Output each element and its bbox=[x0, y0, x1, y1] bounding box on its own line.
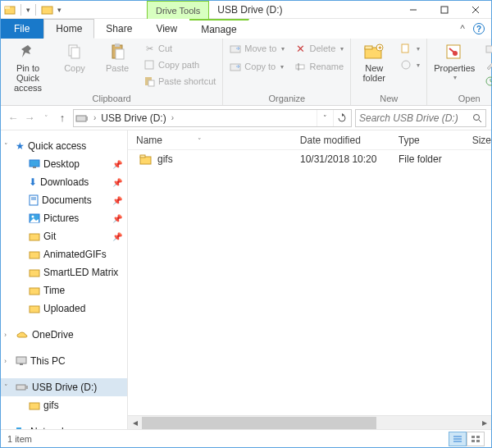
tab-home[interactable]: Home bbox=[43, 19, 94, 39]
expand-icon[interactable]: › bbox=[4, 331, 7, 339]
nav-git[interactable]: Git📌 bbox=[1, 227, 127, 245]
horizontal-scrollbar[interactable]: ◂ ▸ bbox=[128, 415, 491, 429]
up-button[interactable]: ↑ bbox=[55, 110, 70, 126]
file-row[interactable]: gifs 10/31/2018 10:20 File folder bbox=[128, 150, 491, 168]
pin-to-quick-access-button[interactable]: Pin to Quick access bbox=[4, 40, 52, 93]
large-icons-view-button[interactable] bbox=[467, 432, 485, 446]
ribbon-tabs: File Home Share View Manage ^ ? bbox=[1, 19, 491, 39]
col-size[interactable]: Size bbox=[464, 135, 491, 146]
chevron-down-icon[interactable]: ▾ bbox=[57, 6, 61, 14]
back-button[interactable]: ← bbox=[6, 110, 20, 126]
help-icon[interactable]: ? bbox=[473, 23, 485, 34]
move-to-icon bbox=[230, 43, 241, 54]
expand-icon[interactable]: › bbox=[4, 357, 7, 365]
group-label-clipboard: Clipboard bbox=[4, 93, 219, 105]
copy-path-button[interactable]: Copy path bbox=[140, 57, 219, 73]
tab-share[interactable]: Share bbox=[94, 19, 144, 39]
maximize-button[interactable] bbox=[429, 1, 460, 18]
nav-pictures[interactable]: Pictures📌 bbox=[1, 209, 127, 227]
tab-file[interactable]: File bbox=[1, 19, 43, 39]
copy-button[interactable]: Copy bbox=[55, 40, 94, 73]
search-input[interactable] bbox=[356, 112, 470, 124]
group-new: ✦ New folder ▾ ▾ bbox=[351, 39, 427, 105]
nav-quick-access[interactable]: ˅ ★ Quick access bbox=[1, 137, 127, 155]
paste-button[interactable]: Paste bbox=[98, 40, 137, 73]
nav-downloads[interactable]: ⬇ Downloads📌 bbox=[1, 173, 127, 191]
search-box[interactable] bbox=[355, 109, 486, 127]
scroll-right-icon[interactable]: ▸ bbox=[477, 416, 491, 430]
copy-to-button[interactable]: Copy to▾ bbox=[226, 58, 288, 75]
nav-gifs[interactable]: gifs bbox=[1, 396, 127, 414]
svg-rect-52 bbox=[25, 386, 28, 389]
svg-rect-17 bbox=[296, 65, 304, 69]
expand-icon[interactable]: ˅ bbox=[4, 142, 8, 150]
copy-icon bbox=[63, 42, 86, 62]
tab-view[interactable]: View bbox=[144, 19, 189, 39]
folder-icon[interactable] bbox=[41, 4, 54, 16]
nav-uploaded[interactable]: Uploaded bbox=[1, 299, 127, 318]
onedrive-icon bbox=[16, 330, 29, 340]
svg-text:✦: ✦ bbox=[377, 44, 383, 52]
paste-shortcut-button[interactable]: Paste shortcut bbox=[140, 73, 219, 89]
address-segment[interactable]: USB Drive (D:) bbox=[101, 112, 166, 124]
recent-locations-button[interactable]: ˅ bbox=[39, 110, 53, 126]
nav-time[interactable]: Time bbox=[1, 281, 127, 299]
chevron-right-icon[interactable]: › bbox=[170, 113, 175, 122]
downloads-icon: ⬇ bbox=[29, 176, 37, 188]
details-view-button[interactable] bbox=[449, 432, 467, 446]
nav-this-pc[interactable]: › This PC bbox=[1, 352, 127, 370]
nav-onedrive[interactable]: › OneDrive bbox=[1, 326, 127, 344]
svg-rect-46 bbox=[30, 270, 39, 277]
folder-icon bbox=[29, 231, 40, 241]
ribbon-right-controls: ^ ? bbox=[460, 19, 491, 39]
file-rows: gifs 10/31/2018 10:20 File folder bbox=[128, 150, 491, 415]
scroll-thumb[interactable] bbox=[142, 417, 376, 429]
nav-usb-drive[interactable]: ˅ USB Drive (D:) bbox=[1, 378, 127, 396]
expand-icon[interactable]: ˅ bbox=[4, 383, 8, 391]
pictures-icon bbox=[29, 213, 40, 223]
history-button[interactable] bbox=[481, 73, 492, 89]
nav-desktop[interactable]: Desktop📌 bbox=[1, 155, 127, 173]
new-item-button[interactable]: ▾ bbox=[397, 40, 423, 57]
edit-button[interactable] bbox=[481, 57, 492, 73]
ribbon: Pin to Quick access Copy Paste ✂ bbox=[1, 39, 491, 106]
nav-network[interactable]: › Network bbox=[1, 423, 127, 429]
address-bar[interactable]: › USB Drive (D:) › ˅ bbox=[73, 109, 352, 127]
expand-icon[interactable]: › bbox=[4, 427, 7, 429]
delete-button[interactable]: ✕ Delete▾ bbox=[291, 40, 347, 57]
svg-rect-39 bbox=[30, 195, 38, 205]
svg-rect-8 bbox=[71, 48, 80, 58]
contextual-tab-drive-tools[interactable]: Drive Tools bbox=[147, 1, 209, 19]
collapse-ribbon-icon[interactable]: ^ bbox=[460, 23, 465, 34]
rename-button[interactable]: Rename bbox=[291, 58, 347, 75]
svg-rect-2 bbox=[42, 7, 52, 14]
chevron-right-icon[interactable]: › bbox=[92, 113, 98, 122]
tab-manage[interactable]: Manage bbox=[189, 19, 248, 39]
col-date[interactable]: Date modified bbox=[292, 135, 390, 146]
svg-rect-54 bbox=[16, 427, 21, 429]
new-folder-button[interactable]: ✦ New folder bbox=[354, 40, 394, 83]
folder-icon bbox=[29, 304, 40, 313]
open-button[interactable]: ▾ bbox=[481, 40, 492, 57]
quick-access-icon: ★ bbox=[16, 140, 25, 152]
col-type[interactable]: Type bbox=[390, 135, 464, 146]
view-switcher bbox=[449, 432, 485, 446]
col-name[interactable]: Name ˅ bbox=[128, 135, 292, 146]
nav-documents[interactable]: Documents📌 bbox=[1, 191, 127, 209]
forward-button[interactable]: → bbox=[22, 110, 37, 126]
nav-smartled[interactable]: SmartLED Matrix bbox=[1, 263, 127, 281]
qat-customize-icon[interactable]: ▾ bbox=[26, 6, 30, 14]
close-button[interactable] bbox=[460, 1, 491, 18]
scroll-left-icon[interactable]: ◂ bbox=[128, 416, 142, 430]
properties-icon bbox=[443, 42, 466, 62]
easy-access-button[interactable]: ▾ bbox=[397, 57, 423, 73]
qat-separator bbox=[20, 4, 21, 16]
address-dropdown-button[interactable]: ˅ bbox=[317, 110, 333, 126]
search-button-icon[interactable] bbox=[470, 113, 485, 123]
refresh-button[interactable] bbox=[333, 110, 349, 126]
minimize-button[interactable] bbox=[398, 1, 429, 18]
cut-button[interactable]: ✂ Cut bbox=[140, 40, 219, 57]
nav-animated-gifs[interactable]: AnimatedGIFs bbox=[1, 245, 127, 263]
properties-button[interactable]: Properties ▾ bbox=[430, 40, 478, 82]
move-to-button[interactable]: Move to▾ bbox=[226, 40, 288, 57]
